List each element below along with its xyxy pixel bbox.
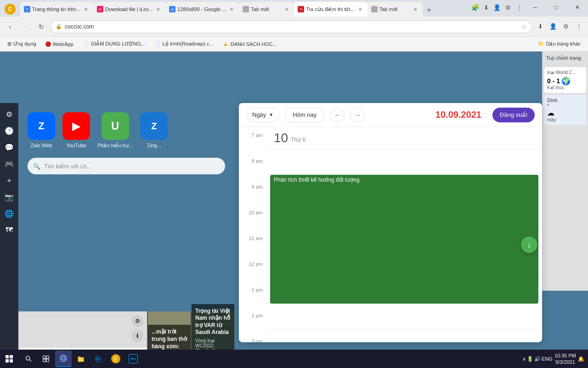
more-menu-icon[interactable]: ⋮ — [573, 21, 584, 32]
svg-rect-3 — [10, 359, 13, 362]
bookmark-other[interactable]: 📁 Dấu trang khác — [534, 39, 584, 50]
youtube-icon: ▶ — [62, 112, 90, 140]
download-manager-icon[interactable]: ⬇ — [535, 21, 546, 32]
event-phan-tich[interactable]: Phân tích thiết kế hướng đối tượng — [270, 175, 538, 304]
settings-menu-icon[interactable]: ⚙ — [560, 21, 571, 32]
taskbar-edge[interactable] — [90, 351, 107, 367]
search-bar[interactable]: 🔍 Tìm kiếm với cô... — [28, 158, 225, 174]
news-card-2-title: Trọng tài Việt Nam nhận hỗ trợ VAR từ Sa… — [195, 308, 231, 336]
hour-line-2pm — [266, 329, 542, 342]
dial-youtube[interactable]: ▶ YouTube — [62, 112, 90, 149]
bookmark-label: Lộ trình(Roadmap) c... — [163, 41, 214, 47]
address-icons: ⬇ 👤 ⚙ ⋮ — [535, 21, 584, 32]
profile-avatar[interactable]: 👤 — [548, 21, 559, 32]
tab-title: Tra cứu điểm thi tốt... — [306, 6, 355, 12]
news-card-2[interactable]: Trọng tài Việt Nam nhận hỗ trợ VAR từ Sa… — [191, 311, 234, 350]
taskbar-coccoc[interactable]: C — [107, 351, 124, 367]
info-notif-icon[interactable]: ℹ — [131, 330, 143, 342]
calendar-grid: Phân tích thiết kế hướng đối tượng Trí t… — [266, 149, 542, 342]
address-input[interactable]: 🔒 coccoc.com ☆ — [51, 20, 532, 33]
bookmark-lo-trinh[interactable]: 📄 Lộ trình(Roadmap) c... — [151, 39, 217, 50]
tab-new-2[interactable]: Tab mới ✕ — [368, 2, 423, 17]
tab-favicon: G — [169, 6, 175, 12]
bookmark-giam-dung-luong[interactable]: 📄 GIẢM DUNG LƯỢNG... — [79, 39, 149, 50]
tab-download[interactable]: D Download file | iLov... ✕ — [93, 2, 166, 17]
address-text: coccoc.com — [65, 23, 518, 30]
dial-zing[interactable]: Z Zing... — [140, 112, 168, 149]
settings-icon[interactable]: ⚙ — [503, 2, 514, 13]
svg-rect-9 — [46, 359, 49, 362]
score-row: 0 - 1 🌍 — [547, 77, 583, 85]
minimize-button[interactable]: ─ — [525, 0, 546, 15]
tab-new-1[interactable]: Tab mới ✕ — [239, 2, 294, 17]
day-number: 10 — [274, 131, 288, 145]
star-icon[interactable]: ☆ — [521, 23, 527, 30]
time-slot-7am: 7 am — [239, 132, 266, 157]
svg-rect-8 — [43, 359, 46, 362]
right-panel: Tuỳ chỉnh trang loại World C... 0 - 1 🌍 … — [542, 52, 588, 291]
close-button[interactable]: ✕ — [567, 0, 588, 15]
tab-favicon: D — [97, 6, 103, 12]
sidebar-icon-camera[interactable]: 📷 — [2, 190, 17, 204]
taskbar-taskview[interactable] — [38, 351, 54, 367]
svg-rect-1 — [10, 355, 13, 358]
tab-title: Trang thông tin trên... — [32, 6, 80, 12]
new-tab-button[interactable]: + — [423, 4, 435, 17]
profile-icon[interactable]: 👤 — [492, 2, 503, 13]
tab-favicon: T — [24, 6, 30, 12]
calendar-view-select[interactable]: Ngày ▼ — [246, 108, 279, 122]
sidebar-icon-messenger[interactable]: 💬 — [2, 140, 17, 155]
today-button[interactable]: Hôm nay — [285, 108, 324, 122]
start-button[interactable] — [0, 350, 18, 368]
dial-phan-hieu[interactable]: U Phần hiểu trư... — [97, 112, 133, 149]
back-button[interactable]: ‹ — [4, 20, 17, 33]
bookmark-webapp[interactable]: Web/App — [42, 39, 77, 50]
tab-google[interactable]: G 588x368 - Google ... ✕ — [165, 2, 239, 17]
new-tab-content: Z Zalo Web ▶ YouTube U — [18, 103, 234, 350]
tab-close-button[interactable]: ✕ — [283, 6, 290, 13]
scroll-down-button[interactable]: ↓ — [521, 236, 537, 253]
taskbar-browser[interactable] — [55, 351, 72, 367]
notification-bell[interactable]: 🔔 — [578, 356, 584, 362]
maximize-button[interactable]: □ — [546, 0, 567, 15]
customize-page-button[interactable]: Tuỳ chỉnh trang — [543, 52, 588, 65]
news-card-1[interactable]: ...mặt trời trung ban thờ hàng xóm: 'Em … — [147, 311, 191, 350]
tab-close-button[interactable]: ✕ — [356, 6, 364, 13]
bookmark-apps[interactable]: ⊞ Ứng dụng — [4, 39, 40, 50]
tab-close-button[interactable]: ✕ — [412, 6, 419, 13]
tray-arrow[interactable]: ∧ — [522, 356, 526, 362]
sidebar-icon-maps[interactable]: 🗺 — [2, 223, 17, 237]
news-card-2-desc: Vòng loại WC2022: Chuyên làm khách của t… — [195, 338, 231, 350]
left-sidebar: ⚙ 🕐 💬 🎮 ＋ 📷 🌐 🗺 🔔 ••• — [0, 103, 18, 350]
taskbar-files[interactable] — [73, 351, 89, 367]
prev-day-button[interactable]: ← — [330, 108, 345, 122]
sidebar-icon-history[interactable]: 🕐 — [2, 123, 17, 138]
sidebar-icon-gear[interactable]: ⚙ — [2, 107, 17, 121]
events-column: 10 Thứ 6 — [266, 127, 542, 342]
taskbar-clock[interactable]: 10:35 PM 9/3/2021 — [554, 352, 576, 366]
forward-button[interactable]: › — [19, 20, 32, 33]
bookmark-danh-sach[interactable]: ▲ DANH SÁCH HOC... — [219, 39, 281, 50]
time-slot-11am: 11 am — [239, 235, 266, 260]
tab-close-button[interactable]: ✕ — [154, 6, 162, 13]
next-day-button[interactable]: → — [350, 108, 365, 122]
tab-trang-thong-tin[interactable]: T Trang thông tin trên... ✕ — [20, 2, 93, 17]
refresh-button[interactable]: ↻ — [35, 20, 48, 33]
more-icon[interactable]: ⋮ — [514, 2, 525, 13]
tab-tra-cuu[interactable]: T Tra cứu điểm thi tốt... ✕ — [294, 2, 368, 17]
settings-notif-icon[interactable]: ⚙ — [131, 315, 143, 327]
news-card-notif[interactable]: Cô gái ăn mặc 'mát mẻ' gây phản cảm ra n… — [18, 311, 147, 350]
tab-close-button[interactable]: ✕ — [82, 6, 90, 13]
login-button[interactable]: Đăng xuất — [492, 108, 535, 122]
extensions-icon[interactable]: 🧩 — [469, 2, 481, 13]
sidebar-icon-add[interactable]: ＋ — [2, 173, 17, 188]
download-icon[interactable]: ⬇ — [481, 2, 492, 13]
taskbar-search[interactable] — [20, 351, 37, 367]
tab-title: Tab mới — [379, 6, 410, 12]
tab-close-button[interactable]: ✕ — [228, 6, 235, 13]
dial-zalo[interactable]: Z Zalo Web — [28, 112, 55, 149]
sidebar-icon-globe[interactable]: 🌐 — [2, 206, 17, 221]
taskbar-photoshop[interactable]: Ps — [125, 351, 141, 367]
sidebar-icon-games[interactable]: 🎮 — [2, 156, 17, 171]
tray-volume[interactable]: 🔊 — [534, 356, 541, 362]
